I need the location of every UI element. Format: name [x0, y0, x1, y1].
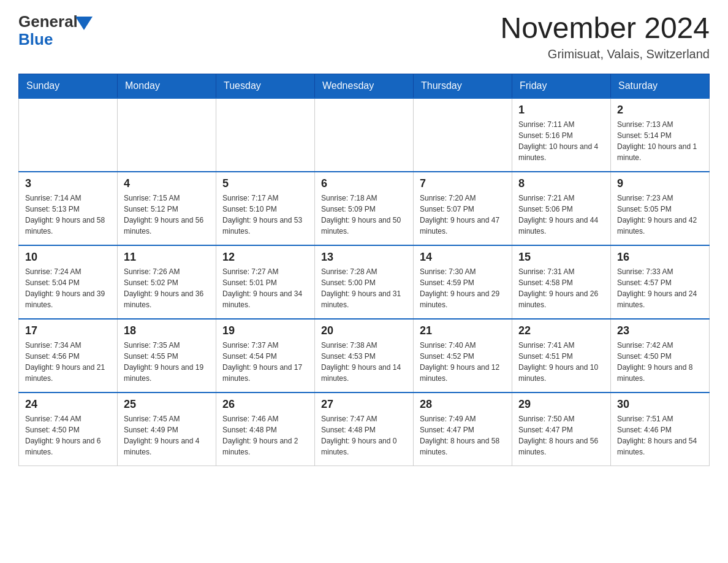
day-info: Sunrise: 7:14 AM Sunset: 5:13 PM Dayligh… — [25, 193, 111, 237]
calendar-cell: 9Sunrise: 7:23 AM Sunset: 5:05 PM Daylig… — [611, 172, 710, 245]
day-info: Sunrise: 7:26 AM Sunset: 5:02 PM Dayligh… — [124, 266, 210, 310]
day-info: Sunrise: 7:27 AM Sunset: 5:01 PM Dayligh… — [222, 266, 308, 310]
calendar-cell: 10Sunrise: 7:24 AM Sunset: 5:04 PM Dayli… — [19, 245, 118, 319]
day-number: 17 — [25, 324, 111, 337]
day-number: 16 — [617, 251, 703, 264]
day-number: 7 — [420, 177, 506, 190]
calendar-cell: 28Sunrise: 7:49 AM Sunset: 4:47 PM Dayli… — [414, 393, 512, 466]
day-number: 23 — [617, 324, 703, 337]
calendar-cell: 23Sunrise: 7:42 AM Sunset: 4:50 PM Dayli… — [611, 319, 710, 393]
column-header-tuesday: Tuesday — [216, 74, 315, 98]
calendar-cell: 22Sunrise: 7:41 AM Sunset: 4:51 PM Dayli… — [512, 319, 611, 393]
calendar-week-row: 17Sunrise: 7:34 AM Sunset: 4:56 PM Dayli… — [19, 319, 710, 393]
calendar-cell: 27Sunrise: 7:47 AM Sunset: 4:48 PM Dayli… — [315, 393, 414, 466]
calendar-cell — [414, 98, 512, 172]
day-info: Sunrise: 7:47 AM Sunset: 4:48 PM Dayligh… — [321, 413, 407, 458]
day-number: 5 — [222, 177, 308, 190]
day-number: 13 — [321, 251, 407, 264]
day-number: 1 — [518, 104, 604, 117]
day-number: 12 — [222, 251, 308, 264]
day-info: Sunrise: 7:38 AM Sunset: 4:53 PM Dayligh… — [321, 340, 407, 384]
calendar-cell: 1Sunrise: 7:11 AM Sunset: 5:16 PM Daylig… — [512, 98, 611, 172]
day-number: 4 — [124, 177, 210, 190]
calendar-cell: 20Sunrise: 7:38 AM Sunset: 4:53 PM Dayli… — [315, 319, 414, 393]
calendar-cell: 25Sunrise: 7:45 AM Sunset: 4:49 PM Dayli… — [118, 393, 216, 466]
logo-blue-text: Blue — [18, 30, 53, 49]
day-number: 29 — [518, 398, 604, 411]
day-number: 2 — [617, 104, 703, 117]
day-number: 25 — [124, 398, 210, 411]
calendar-cell: 2Sunrise: 7:13 AM Sunset: 5:14 PM Daylig… — [611, 98, 710, 172]
day-number: 24 — [25, 398, 111, 411]
column-header-wednesday: Wednesday — [315, 74, 414, 98]
day-info: Sunrise: 7:34 AM Sunset: 4:56 PM Dayligh… — [25, 340, 111, 384]
day-info: Sunrise: 7:50 AM Sunset: 4:47 PM Dayligh… — [518, 413, 604, 458]
logo-triangle-icon — [75, 17, 93, 30]
calendar-cell: 26Sunrise: 7:46 AM Sunset: 4:48 PM Dayli… — [216, 393, 315, 466]
calendar-cell: 5Sunrise: 7:17 AM Sunset: 5:10 PM Daylig… — [216, 172, 315, 245]
calendar-cell: 15Sunrise: 7:31 AM Sunset: 4:58 PM Dayli… — [512, 245, 611, 319]
day-info: Sunrise: 7:11 AM Sunset: 5:16 PM Dayligh… — [518, 119, 604, 163]
column-header-thursday: Thursday — [414, 74, 512, 98]
day-info: Sunrise: 7:35 AM Sunset: 4:55 PM Dayligh… — [124, 340, 210, 384]
calendar-cell: 29Sunrise: 7:50 AM Sunset: 4:47 PM Dayli… — [512, 393, 611, 466]
day-number: 15 — [518, 251, 604, 264]
day-info: Sunrise: 7:49 AM Sunset: 4:47 PM Dayligh… — [420, 413, 506, 458]
day-info: Sunrise: 7:40 AM Sunset: 4:52 PM Dayligh… — [420, 340, 506, 384]
day-info: Sunrise: 7:30 AM Sunset: 4:59 PM Dayligh… — [420, 266, 506, 310]
calendar-cell: 11Sunrise: 7:26 AM Sunset: 5:02 PM Dayli… — [118, 245, 216, 319]
calendar-cell: 18Sunrise: 7:35 AM Sunset: 4:55 PM Dayli… — [118, 319, 216, 393]
calendar-cell: 3Sunrise: 7:14 AM Sunset: 5:13 PM Daylig… — [19, 172, 118, 245]
calendar-week-row: 10Sunrise: 7:24 AM Sunset: 5:04 PM Dayli… — [19, 245, 710, 319]
day-number: 20 — [321, 324, 407, 337]
day-info: Sunrise: 7:31 AM Sunset: 4:58 PM Dayligh… — [518, 266, 604, 310]
calendar-header-row: SundayMondayTuesdayWednesdayThursdayFrid… — [19, 74, 710, 98]
day-number: 22 — [518, 324, 604, 337]
day-info: Sunrise: 7:21 AM Sunset: 5:06 PM Dayligh… — [518, 193, 604, 237]
day-number: 21 — [420, 324, 506, 337]
calendar-week-row: 24Sunrise: 7:44 AM Sunset: 4:50 PM Dayli… — [19, 393, 710, 466]
column-header-sunday: Sunday — [19, 74, 118, 98]
day-number: 28 — [420, 398, 506, 411]
day-info: Sunrise: 7:41 AM Sunset: 4:51 PM Dayligh… — [518, 340, 604, 384]
day-info: Sunrise: 7:13 AM Sunset: 5:14 PM Dayligh… — [617, 119, 703, 163]
day-number: 10 — [25, 251, 111, 264]
day-number: 18 — [124, 324, 210, 337]
calendar-cell: 13Sunrise: 7:28 AM Sunset: 5:00 PM Dayli… — [315, 245, 414, 319]
day-info: Sunrise: 7:46 AM Sunset: 4:48 PM Dayligh… — [222, 413, 308, 458]
day-number: 30 — [617, 398, 703, 411]
calendar-cell: 30Sunrise: 7:51 AM Sunset: 4:46 PM Dayli… — [611, 393, 710, 466]
calendar-cell: 21Sunrise: 7:40 AM Sunset: 4:52 PM Dayli… — [414, 319, 512, 393]
column-header-friday: Friday — [512, 74, 611, 98]
calendar-week-row: 3Sunrise: 7:14 AM Sunset: 5:13 PM Daylig… — [19, 172, 710, 245]
day-info: Sunrise: 7:44 AM Sunset: 4:50 PM Dayligh… — [25, 413, 111, 458]
calendar-cell: 8Sunrise: 7:21 AM Sunset: 5:06 PM Daylig… — [512, 172, 611, 245]
calendar-cell: 6Sunrise: 7:18 AM Sunset: 5:09 PM Daylig… — [315, 172, 414, 245]
calendar-cell: 19Sunrise: 7:37 AM Sunset: 4:54 PM Dayli… — [216, 319, 315, 393]
location-title: Grimisuat, Valais, Switzerland — [500, 47, 710, 61]
day-info: Sunrise: 7:24 AM Sunset: 5:04 PM Dayligh… — [25, 266, 111, 310]
day-info: Sunrise: 7:45 AM Sunset: 4:49 PM Dayligh… — [124, 413, 210, 458]
day-info: Sunrise: 7:23 AM Sunset: 5:05 PM Dayligh… — [617, 193, 703, 237]
day-number: 3 — [25, 177, 111, 190]
logo: General Blue — [18, 12, 93, 49]
column-header-monday: Monday — [118, 74, 216, 98]
calendar-cell: 7Sunrise: 7:20 AM Sunset: 5:07 PM Daylig… — [414, 172, 512, 245]
day-info: Sunrise: 7:51 AM Sunset: 4:46 PM Dayligh… — [617, 413, 703, 458]
calendar-cell: 14Sunrise: 7:30 AM Sunset: 4:59 PM Dayli… — [414, 245, 512, 319]
column-header-saturday: Saturday — [611, 74, 710, 98]
calendar-cell — [19, 98, 118, 172]
day-info: Sunrise: 7:17 AM Sunset: 5:10 PM Dayligh… — [222, 193, 308, 237]
calendar-cell: 24Sunrise: 7:44 AM Sunset: 4:50 PM Dayli… — [19, 393, 118, 466]
day-number: 9 — [617, 177, 703, 190]
day-number: 11 — [124, 251, 210, 264]
day-info: Sunrise: 7:20 AM Sunset: 5:07 PM Dayligh… — [420, 193, 506, 237]
title-section: November 2024 Grimisuat, Valais, Switzer… — [500, 12, 710, 61]
calendar-cell: 12Sunrise: 7:27 AM Sunset: 5:01 PM Dayli… — [216, 245, 315, 319]
day-info: Sunrise: 7:33 AM Sunset: 4:57 PM Dayligh… — [617, 266, 703, 310]
day-number: 26 — [222, 398, 308, 411]
calendar-cell: 17Sunrise: 7:34 AM Sunset: 4:56 PM Dayli… — [19, 319, 118, 393]
day-number: 8 — [518, 177, 604, 190]
day-info: Sunrise: 7:28 AM Sunset: 5:00 PM Dayligh… — [321, 266, 407, 310]
day-number: 19 — [222, 324, 308, 337]
